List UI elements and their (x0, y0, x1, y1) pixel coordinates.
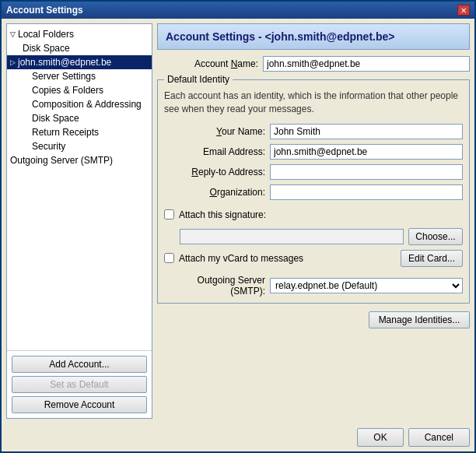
sidebar-item-disk-space-local[interactable]: Disk Space (7, 41, 152, 55)
left-panel: ▽ Local Folders Disk Space ▷ john.smith@… (6, 23, 152, 419)
cancel-button[interactable]: Cancel (408, 428, 470, 447)
group-box-title: Default Identity (164, 74, 233, 85)
smtp-row: Outgoing Server (SMTP): relay.edpnet.be … (164, 275, 463, 297)
choose-button[interactable]: Choose... (408, 228, 463, 245)
remove-account-button[interactable]: Remove Account (12, 396, 147, 413)
attach-vcard-label: Attach my vCard to messages (179, 253, 303, 264)
smtp-label: Outgoing Server (SMTP): (164, 275, 265, 297)
group-desc: Each account has an identity, which is t… (164, 90, 463, 116)
sidebar-item-john-account[interactable]: ▷ john.smith@edpnet.be (7, 55, 152, 69)
form-area: Account Name: Default Identity Each acco… (157, 56, 470, 419)
reply-to-label: Reply-to Address: (164, 167, 265, 177)
attach-sig-row: Attach this signature: (164, 209, 463, 220)
account-settings-window: Account Settings ✕ ▽ Local Folders Disk … (0, 0, 476, 453)
sig-input-row: Choose... (164, 228, 463, 245)
edit-card-button[interactable]: Edit Card... (401, 250, 463, 267)
email-label: Email Address: (164, 146, 265, 157)
your-name-input[interactable] (270, 124, 463, 139)
account-name-label: Account Name: (157, 58, 258, 69)
your-name-label: Your Name: (164, 126, 265, 137)
email-row: Email Address: (164, 144, 463, 160)
reply-to-input[interactable] (270, 164, 463, 180)
attach-vcard-row: Attach my vCard to messages Edit Card... (164, 250, 463, 267)
smtp-select-wrap: relay.edpnet.be (Default) (270, 278, 463, 293)
account-name-row: Account Name: (157, 56, 470, 72)
smtp-select[interactable]: relay.edpnet.be (Default) (270, 278, 463, 293)
add-account-button[interactable]: Add Account... (12, 356, 147, 373)
sidebar-item-composition-addressing[interactable]: Composition & Addressing (7, 97, 152, 111)
attach-vcard-checkbox[interactable] (164, 253, 174, 263)
title-bar: Account Settings ✕ (2, 2, 474, 19)
main-content: ▽ Local Folders Disk Space ▷ john.smith@… (2, 19, 474, 423)
tree-area: ▽ Local Folders Disk Space ▷ john.smith@… (7, 24, 152, 350)
org-input[interactable] (270, 184, 463, 200)
sidebar-item-local-folders[interactable]: ▽ Local Folders (7, 27, 152, 41)
right-panel: Account Settings - <john.smith@edpnet.be… (157, 23, 470, 419)
sidebar-item-disk-space-account[interactable]: Disk Space (7, 111, 152, 125)
close-button[interactable]: ✕ (457, 5, 470, 16)
sidebar-item-copies-folders[interactable]: Copies & Folders (7, 83, 152, 97)
set-default-button: Set as Default (12, 376, 147, 393)
org-label: Organization: (164, 187, 265, 198)
sidebar-item-outgoing-smtp[interactable]: Outgoing Server (SMTP) (7, 153, 152, 167)
org-row: Organization: (164, 184, 463, 200)
your-name-row: Your Name: (164, 124, 463, 139)
email-input[interactable] (270, 144, 463, 160)
sidebar-item-return-receipts[interactable]: Return Receipts (7, 125, 152, 139)
sig-input[interactable] (180, 229, 404, 244)
collapse-icon: ▽ (10, 30, 16, 38)
sidebar-item-server-settings[interactable]: Server Settings (7, 69, 152, 83)
account-icon: ▷ (10, 58, 16, 66)
default-identity-group: Default Identity Each account has an ide… (157, 79, 470, 304)
manage-identities-row: Manage Identities... (157, 311, 470, 328)
left-buttons-area: Add Account... Set as Default Remove Acc… (7, 350, 152, 418)
right-header: Account Settings - <john.smith@edpnet.be… (157, 23, 470, 50)
window-title: Account Settings (6, 5, 83, 16)
account-name-input[interactable] (263, 56, 470, 72)
bottom-buttons: OK Cancel (2, 423, 474, 451)
sidebar-item-security[interactable]: Security (7, 139, 152, 153)
reply-to-row: Reply-to Address: (164, 164, 463, 180)
attach-sig-label: Attach this signature: (179, 209, 266, 220)
manage-identities-button[interactable]: Manage Identities... (369, 311, 470, 328)
ok-button[interactable]: OK (357, 428, 403, 447)
attach-sig-checkbox[interactable] (164, 209, 174, 219)
identity-rows: Your Name: Email Address: Reply-to Addre… (164, 124, 463, 297)
